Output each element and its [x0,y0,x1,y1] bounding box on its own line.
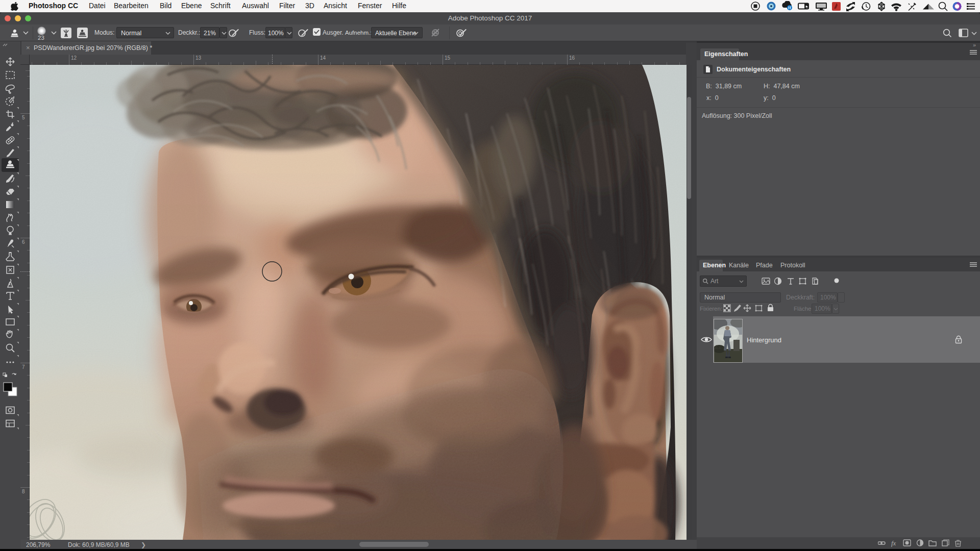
svg-text:7: 7 [22,364,25,370]
svg-text:6: 6 [22,239,25,245]
svg-text:fx: fx [891,539,896,547]
svg-text:13: 13 [195,55,202,61]
svg-text:8: 8 [22,489,25,494]
svg-text:12: 12 [71,55,77,61]
svg-text:15: 15 [445,55,451,61]
svg-text:5: 5 [22,115,25,120]
svg-text:16: 16 [569,55,575,61]
svg-text:14: 14 [320,55,326,61]
